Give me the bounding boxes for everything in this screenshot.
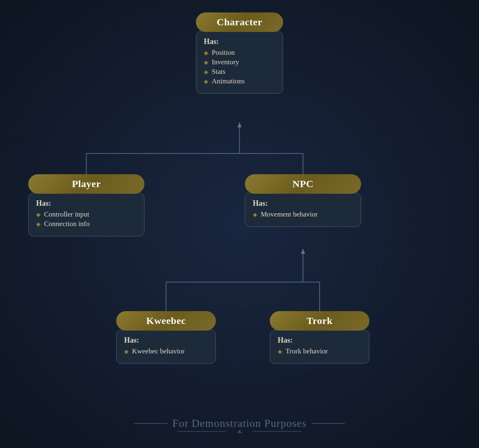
trork-item-1: Trork behavior: [286, 347, 328, 355]
diamond-icon: ◈: [204, 78, 208, 85]
diagram-container: Character Has: ◈ Position ◈ Inventory ◈ …: [0, 0, 479, 448]
kweebec-body: Has: ◈ Kweebec behavior: [116, 330, 216, 364]
node-character: Character Has: ◈ Position ◈ Inventory ◈ …: [196, 12, 283, 94]
diamond-icon: ◈: [204, 49, 208, 56]
player-item-1: Controller input: [44, 210, 89, 219]
list-item: ◈ Kweebec behavior: [124, 347, 208, 355]
list-item: ◈ Trork behavior: [278, 347, 362, 355]
trork-has-label: Has:: [278, 336, 362, 345]
list-item: ◈ Stats: [204, 68, 275, 76]
player-item-2: Connection info: [44, 220, 90, 228]
player-header: Player: [28, 174, 144, 194]
npc-item-1: Movement behavior: [261, 210, 318, 219]
npc-header: NPC: [245, 174, 361, 194]
kweebec-has-label: Has:: [124, 336, 208, 345]
footer-line: For Demonstration Purposes: [134, 417, 345, 430]
player-body: Has: ◈ Controller input ◈ Connection inf…: [28, 193, 144, 236]
svg-marker-4: [237, 122, 242, 127]
list-item: ◈ Position: [204, 49, 275, 57]
diamond-icon: ◈: [204, 68, 208, 75]
diamond-icon: ◈: [124, 348, 129, 355]
svg-marker-11: [237, 430, 242, 433]
player-has-label: Has:: [36, 199, 137, 208]
node-npc: NPC Has: ◈ Movement behavior: [245, 174, 361, 227]
node-kweebec: Kweebec Has: ◈ Kweebec behavior: [116, 311, 216, 364]
character-body: Has: ◈ Position ◈ Inventory ◈ Stats ◈ An…: [196, 31, 283, 94]
character-header: Character: [196, 12, 283, 32]
character-item-1: Position: [212, 49, 235, 57]
npc-body: Has: ◈ Movement behavior: [245, 193, 361, 227]
footer-text: For Demonstration Purposes: [172, 417, 307, 430]
npc-has-label: Has:: [253, 199, 353, 208]
diamond-icon: ◈: [204, 59, 208, 66]
diamond-icon: ◈: [36, 211, 41, 218]
kweebec-header: Kweebec: [116, 311, 216, 331]
trork-header: Trork: [270, 311, 369, 331]
diamond-icon: ◈: [278, 348, 282, 355]
footer: For Demonstration Purposes: [134, 417, 345, 436]
list-item: ◈ Inventory: [204, 58, 275, 66]
character-has-label: Has:: [204, 37, 275, 46]
list-item: ◈ Controller input: [36, 210, 137, 219]
list-item: ◈ Movement behavior: [253, 210, 353, 219]
character-item-4: Animations: [212, 77, 244, 85]
character-item-2: Inventory: [212, 58, 239, 66]
list-item: ◈ Connection info: [36, 220, 137, 228]
diamond-icon: ◈: [253, 211, 257, 218]
diamond-icon: ◈: [36, 221, 41, 228]
svg-marker-9: [301, 249, 305, 254]
kweebec-item-1: Kweebec behavior: [132, 347, 185, 355]
list-item: ◈ Animations: [204, 77, 275, 85]
character-item-3: Stats: [212, 68, 225, 76]
node-player: Player Has: ◈ Controller input ◈ Connect…: [28, 174, 144, 236]
trork-body: Has: ◈ Trork behavior: [270, 330, 369, 364]
node-trork: Trork Has: ◈ Trork behavior: [270, 311, 369, 364]
